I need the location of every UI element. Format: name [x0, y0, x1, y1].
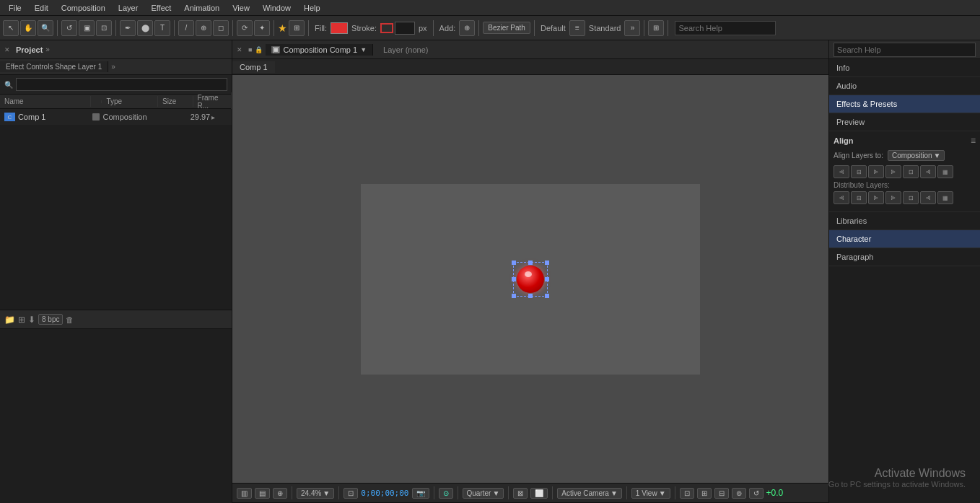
vt-always-preview-btn[interactable]: ▥ — [237, 488, 252, 499]
composition-tab[interactable]: ▣ Composition Comp 1 ▼ — [266, 44, 373, 56]
active-camera-dropdown[interactable]: Active Camera ▼ — [557, 488, 621, 499]
distribute-right-btn[interactable]: ⫸ — [868, 191, 884, 204]
tool-brush[interactable]: / — [178, 20, 194, 36]
tool-redo[interactable]: ▣ — [79, 20, 95, 36]
bezier-path-btn[interactable]: Bezier Path — [483, 22, 530, 34]
tool-shapes-menu[interactable]: ⊞ — [289, 20, 305, 36]
tool-zoom[interactable]: 🔍 — [38, 20, 53, 36]
fast-preview-btn[interactable]: ⊠ — [513, 488, 528, 499]
sel-handle-mr[interactable] — [545, 277, 549, 281]
right-panel-effects-presets[interactable]: Effects & Presets — [829, 95, 980, 113]
tool-shape[interactable]: ⬤ — [137, 20, 153, 36]
tool-select[interactable]: ↖ — [3, 20, 19, 36]
view-layout-dropdown[interactable]: 1 View ▼ — [631, 488, 670, 499]
align-to-dropdown[interactable]: Composition ▼ — [888, 150, 945, 161]
comp-panel-close[interactable]: ✕ — [237, 46, 242, 53]
delete-item-icon[interactable]: 🗑 — [66, 315, 74, 324]
sel-handle-bm[interactable] — [528, 294, 533, 298]
sel-handle-bl[interactable] — [512, 294, 516, 298]
menu-view[interactable]: View — [227, 2, 255, 14]
comp-tab-expand[interactable]: ▼ — [360, 46, 367, 53]
default-menu-btn[interactable]: ≡ — [569, 20, 585, 36]
viewport-timecode[interactable]: 0;00;00;00 — [361, 489, 408, 498]
comp1-sub-tab[interactable]: Comp 1 — [232, 61, 275, 73]
snapshot-btn[interactable]: 📷 — [412, 488, 429, 499]
vt-3d-btn[interactable]: ⊕ — [273, 488, 287, 499]
guides-btn[interactable]: ⊞ — [697, 488, 712, 499]
menu-animation[interactable]: Animation — [178, 2, 225, 14]
distribute-left-btn[interactable]: ⫷ — [834, 191, 849, 204]
transparency-btn[interactable]: ⬜ — [530, 488, 548, 499]
distribute-top-btn[interactable]: ⫸ — [885, 191, 901, 204]
align-right-btn[interactable]: ⫸ — [868, 165, 884, 178]
search-help-input[interactable] — [675, 21, 776, 35]
right-panel-paragraph[interactable]: Paragraph — [829, 248, 980, 266]
resolution-btn[interactable]: ⊡ — [344, 488, 358, 499]
import-icon[interactable]: ⬇ — [28, 315, 35, 325]
right-search-help-input[interactable] — [834, 43, 976, 57]
new-folder-icon[interactable]: 📁 — [4, 315, 15, 325]
tool-mask[interactable]: ⊡ — [96, 20, 112, 36]
quality-dropdown[interactable]: Quarter ▼ — [463, 488, 504, 499]
right-panel-character[interactable]: Character — [829, 230, 980, 248]
align-center-v-btn[interactable]: ⊡ — [903, 165, 919, 178]
tool-eraser[interactable]: ◻ — [213, 20, 229, 36]
align-top-btn[interactable]: ⫸ — [885, 165, 901, 178]
sel-handle-br[interactable] — [545, 294, 549, 298]
tool-pen[interactable]: ✒ — [120, 20, 136, 36]
vt-region-btn[interactable]: ▤ — [255, 488, 270, 499]
right-panel-audio[interactable]: Audio — [829, 77, 980, 95]
align-left-btn[interactable]: ⫷ — [834, 165, 849, 178]
tool-puppet[interactable]: ✦ — [254, 20, 270, 36]
sel-handle-tm[interactable] — [528, 261, 533, 265]
layer-controls-btn[interactable]: ⊟ — [714, 488, 729, 499]
distribute-center-h-btn[interactable]: ⊟ — [851, 191, 867, 204]
col-name-header: Name — [0, 96, 91, 107]
menu-help[interactable]: Help — [298, 2, 326, 14]
stroke-width-input[interactable] — [395, 22, 415, 35]
distribute-extra-btn[interactable]: ▦ — [937, 191, 953, 204]
menu-file[interactable]: File — [3, 2, 27, 14]
color-picker-btn[interactable]: ⊙ — [439, 488, 453, 499]
menu-effect[interactable]: Effect — [145, 2, 177, 14]
project-item-comp1[interactable]: C Comp 1 Composition 29.97 ▸ — [0, 109, 232, 125]
fill-swatch[interactable] — [331, 22, 348, 34]
extend-toolbar-btn[interactable]: » — [624, 20, 640, 36]
mask-overlay-btn[interactable]: ⊡ — [680, 488, 694, 499]
menu-window[interactable]: Window — [257, 2, 297, 14]
project-panel-arrows[interactable]: » — [45, 45, 50, 53]
distribute-center-v-btn[interactable]: ⊡ — [903, 191, 919, 204]
stroke-swatch[interactable] — [380, 23, 393, 33]
effect-controls-tab[interactable]: Effect Controls Shape Layer 1 — [0, 61, 108, 72]
menu-composition[interactable]: Composition — [56, 2, 111, 14]
align-extra-btn[interactable]: ▦ — [937, 165, 953, 178]
tool-text[interactable]: T — [154, 20, 170, 36]
right-panel-info[interactable]: Info — [829, 59, 980, 77]
effect-controls-arrows[interactable]: » — [108, 63, 118, 71]
right-panel-preview[interactable]: Preview — [829, 113, 980, 131]
project-panel-bottom: 📁 ⊞ ⬇ 8 bpc 🗑 — [0, 310, 232, 328]
sel-handle-ml[interactable] — [512, 277, 516, 281]
right-panel-libraries[interactable]: Libraries — [829, 212, 980, 230]
align-bottom-btn[interactable]: ⫷ — [920, 165, 936, 178]
align-center-h-btn[interactable]: ⊟ — [851, 165, 867, 178]
workspace-btn[interactable]: ⊞ — [648, 20, 664, 36]
align-menu-icon[interactable]: ≡ — [971, 136, 976, 146]
sel-handle-tl[interactable] — [512, 261, 516, 265]
project-panel-close[interactable]: ✕ — [4, 46, 10, 53]
menu-edit[interactable]: Edit — [29, 2, 54, 14]
tool-clone[interactable]: ⊕ — [196, 20, 211, 36]
reset-exposure-btn[interactable]: ↺ — [749, 488, 764, 499]
sel-handle-tr[interactable] — [545, 261, 549, 265]
zoom-dropdown[interactable]: 24.4% ▼ — [297, 488, 334, 499]
motion-path-btn[interactable]: ⊚ — [732, 488, 746, 499]
tool-undo[interactable]: ↺ — [61, 20, 77, 36]
menu-layer[interactable]: Layer — [113, 2, 144, 14]
align-to-label: Align Layers to: — [834, 152, 883, 159]
add-button[interactable]: ⊕ — [459, 20, 475, 36]
distribute-bottom-btn[interactable]: ⫷ — [920, 191, 936, 204]
tool-hand[interactable]: ✋ — [20, 20, 36, 36]
project-search-input[interactable] — [16, 78, 227, 91]
tool-roto[interactable]: ⟳ — [237, 20, 253, 36]
new-comp-icon[interactable]: ⊞ — [18, 315, 25, 325]
